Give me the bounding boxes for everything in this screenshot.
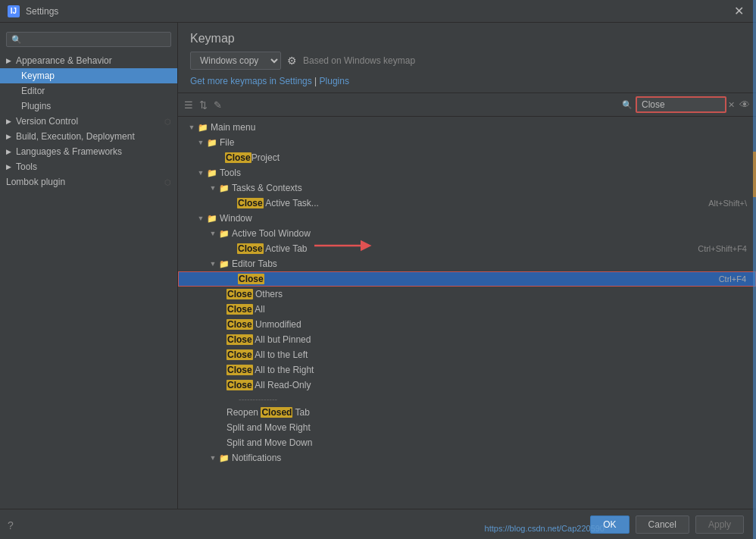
- edit-icon[interactable]: ✎: [214, 99, 222, 111]
- tree-node-tools[interactable]: ▼ 📁 Tools: [178, 165, 756, 180]
- highlight-close: Close: [237, 243, 264, 254]
- help-icon[interactable]: ?: [8, 519, 14, 531]
- sort-icon[interactable]: ☰: [184, 99, 193, 111]
- node-label: Close Active Task...: [237, 198, 319, 208]
- sidebar-item-tools[interactable]: ▶ Tools: [0, 159, 177, 174]
- sidebar-label-build: Build, Execution, Deployment: [16, 131, 135, 142]
- sidebar-label-lang: Languages & Frameworks: [16, 146, 122, 157]
- tree-node-close-all-right[interactable]: Close All to the Right: [178, 362, 756, 378]
- tree-node-file[interactable]: ▼ 📁 File: [178, 135, 756, 150]
- expand-arrow: ▼: [208, 454, 217, 462]
- plugins-link[interactable]: Plugins: [320, 76, 349, 86]
- keymap-dropdown[interactable]: Windows copy: [190, 52, 281, 70]
- tree-node-close-all-left[interactable]: Close All to the Left: [178, 347, 756, 362]
- tree-node-close-all-pinned[interactable]: Close All but Pinned: [178, 332, 756, 347]
- page-title: Keymap: [190, 32, 744, 45]
- expand-icon-tools: ▶: [6, 163, 11, 171]
- tree-node-editor-tabs[interactable]: ▼ 📁 Editor Tabs: [178, 256, 756, 271]
- tree-area: ▼ 📁 Main menu ▼ 📁 File CloseProject ▼: [178, 117, 756, 509]
- tree-node-close-active-tab[interactable]: Close Active Tab Ctrl+Shift+F4: [178, 241, 756, 256]
- highlight-closed: Closed: [261, 407, 292, 418]
- node-label: Close Others: [226, 289, 283, 299]
- tree-node-close-active-task[interactable]: Close Active Task... Alt+Shift+\: [178, 196, 756, 211]
- sidebar-item-build[interactable]: ▶ Build, Execution, Deployment: [0, 129, 177, 144]
- highlight-close: Close: [226, 380, 253, 390]
- tree-node-close-all-readonly[interactable]: Close All Read-Only: [178, 378, 756, 393]
- apply-button[interactable]: Apply: [695, 515, 744, 534]
- tree-separator: --------------: [178, 393, 756, 405]
- sidebar-search-container: [0, 29, 177, 53]
- expand-icon-vc: ▶: [6, 118, 11, 125]
- sidebar-item-editor[interactable]: Editor: [0, 83, 177, 99]
- window-title: Settings: [26, 6, 58, 17]
- vc-icon: ⬡: [164, 118, 171, 126]
- highlight-close: Close: [238, 274, 264, 284]
- keymap-description: Based on Windows keymap: [303, 55, 415, 66]
- title-bar: IJ Settings ✕: [0, 0, 756, 23]
- highlight-close: Close: [225, 152, 251, 163]
- node-label: Close Unmodified: [226, 319, 301, 330]
- tree-node-main-menu[interactable]: ▼ 📁 Main menu: [178, 120, 756, 135]
- highlight-close: Close: [226, 289, 253, 299]
- shortcut-label: Ctrl+F4: [719, 274, 752, 284]
- highlight-close: Close: [226, 334, 253, 345]
- tree-node-close[interactable]: Close Ctrl+F4: [178, 271, 756, 287]
- expand-arrow: ▼: [208, 260, 217, 268]
- tree-node-split-move-right[interactable]: Split and Move Right: [178, 420, 756, 435]
- highlight-close: Close: [226, 365, 253, 375]
- tree-node-active-tool-window[interactable]: ▼ 📁 Active Tool Window: [178, 226, 756, 241]
- bottom-bar: ? https://blog.csdn.net/Cap220590 OK Can…: [0, 509, 756, 539]
- sidebar-label-tools: Tools: [16, 161, 37, 172]
- search-icon: 🔍: [622, 100, 633, 110]
- highlight-close: Close: [226, 304, 253, 315]
- right-edge-orange-accent: [753, 152, 756, 197]
- expand-icon-build: ▶: [6, 133, 11, 140]
- sidebar-label-plugins: Plugins: [21, 101, 51, 111]
- sidebar-item-plugins[interactable]: Plugins: [0, 99, 177, 114]
- sidebar-item-keymap[interactable]: Keymap: [0, 68, 177, 83]
- filter-icon[interactable]: ⇅: [199, 99, 208, 111]
- tree-node-close-all[interactable]: Close All: [178, 302, 756, 317]
- tree-node-window[interactable]: ▼ 📁 Window: [178, 211, 756, 226]
- search-clear-button[interactable]: ✕: [728, 100, 735, 110]
- folder-icon: 📁: [219, 229, 230, 239]
- node-label: Notifications: [232, 453, 281, 463]
- tree-search-input[interactable]: [636, 96, 726, 113]
- node-label: Close All to the Left: [226, 349, 308, 360]
- node-label: Close All: [226, 304, 265, 315]
- sidebar-search-input[interactable]: [6, 32, 171, 47]
- sidebar-item-version-control[interactable]: ▶ Version Control ⬡: [0, 114, 177, 129]
- tree-node-close-project[interactable]: CloseProject: [178, 150, 756, 165]
- expand-arrow: ▼: [187, 124, 196, 131]
- folder-icon: 📁: [207, 138, 217, 148]
- tree-node-split-move-down[interactable]: Split and Move Down: [178, 435, 756, 450]
- sidebar-item-languages[interactable]: ▶ Languages & Frameworks: [0, 144, 177, 159]
- content-header: Keymap Windows copy ⚙ Based on Windows k…: [178, 23, 756, 93]
- node-label: Window: [220, 213, 252, 224]
- tree-node-tasks[interactable]: ▼ 📁 Tasks & Contexts: [178, 180, 756, 196]
- find-usages-icon[interactable]: 👁: [739, 99, 750, 111]
- highlight-close: Close: [237, 198, 264, 208]
- node-label: Close All to the Right: [226, 365, 314, 375]
- sidebar-item-appearance[interactable]: ▶ Appearance & Behavior: [0, 53, 177, 68]
- shortcut-label: Ctrl+Shift+F4: [698, 244, 753, 253]
- close-window-button[interactable]: ✕: [729, 2, 748, 20]
- tree-node-close-unmodified[interactable]: Close Unmodified: [178, 317, 756, 332]
- node-label: Split and Move Down: [226, 437, 312, 448]
- node-label: Active Tool Window: [232, 228, 311, 239]
- main-layout: ▶ Appearance & Behavior Keymap Editor Pl…: [0, 23, 756, 509]
- node-label: Main menu: [211, 122, 255, 133]
- expand-icon-lang: ▶: [6, 148, 11, 155]
- sidebar-item-lombok[interactable]: Lombok plugin ⬡: [0, 174, 177, 190]
- node-label: Close Active Tab: [237, 243, 308, 254]
- tree-node-reopen-closed[interactable]: Reopen Closed Tab: [178, 405, 756, 420]
- cancel-button[interactable]: Cancel: [636, 515, 689, 534]
- tree-node-notifications[interactable]: ▼ 📁 Notifications: [178, 450, 756, 465]
- tree-node-close-others[interactable]: Close Others: [178, 287, 756, 302]
- node-label: Reopen Closed Tab: [226, 407, 310, 418]
- title-bar-left: IJ Settings: [8, 5, 58, 17]
- folder-icon: 📁: [207, 168, 217, 178]
- settings-link[interactable]: Get more keymaps in Settings: [190, 76, 312, 86]
- node-label: Tasks & Contexts: [232, 183, 302, 193]
- gear-icon[interactable]: ⚙: [287, 55, 297, 67]
